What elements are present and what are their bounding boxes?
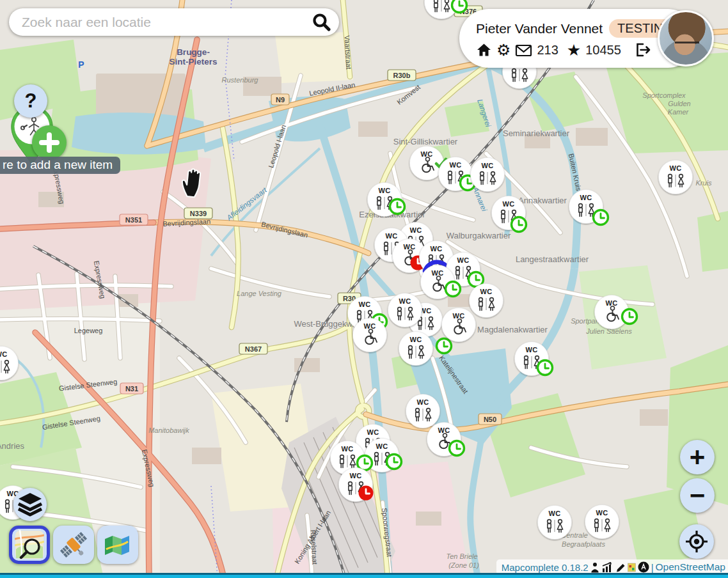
svg-text:WC: WC [457,256,469,264]
opening-hours-badge [594,210,608,225]
svg-text:Sint-Pieters: Sint-Pieters [169,57,217,66]
svg-text:WC: WC [409,336,422,343]
svg-text:Begraafplaats: Begraafplaats [562,540,605,548]
edit-pencil-icon[interactable] [615,562,626,573]
wc-marker[interactable]: WC [399,332,433,366]
svg-text:N50: N50 [484,416,496,423]
svg-text:WC: WC [480,288,492,295]
mapcomplete-app: Brugge-Sint-PietersRustenburgVaartstraat… [0,0,728,578]
svg-text:Sportcomplex: Sportcomplex [642,91,686,99]
svg-text:Sint-Gilliskwartier: Sint-Gilliskwartier [393,137,458,146]
svg-text:N31: N31 [125,385,138,393]
openstreetmap-link[interactable]: OpenStreetMap [656,561,725,573]
wc-marker[interactable]: WC [470,284,503,318]
mapcomplete-logo-icon[interactable] [628,563,636,572]
svg-text:Brugge-: Brugge- [177,47,210,57]
search-bar [9,8,339,36]
svg-text:WC: WC [0,350,8,358]
svg-text:Lange Vesting: Lange Vesting [237,290,282,297]
messages-count: 213 [537,43,558,58]
opening-hours-badge [452,0,467,13]
svg-text:(Zone 01): (Zone 01) [448,561,479,569]
background-style-picker [9,526,138,564]
opening-hours-badge [437,339,452,354]
search-icon[interactable] [310,11,333,34]
zoom-out-button[interactable]: − [680,478,715,513]
svg-text:Gulden: Gulden [668,100,690,107]
svg-text:R30b: R30b [393,72,411,79]
svg-text:WC: WC [430,245,442,253]
svg-text:N367: N367 [245,345,262,353]
folded-map-icon [104,533,132,556]
wc-marker[interactable]: WC [406,394,440,428]
svg-text:Langestraatkwartier: Langestraatkwartier [516,254,589,264]
crosshair-icon [684,529,709,554]
svg-text:WC: WC [409,226,422,234]
zoom-in-button[interactable]: + [680,440,715,474]
svg-text:WC: WC [580,194,592,201]
wc-marker[interactable]: WC [353,318,387,352]
statistics-chart-icon[interactable] [601,562,613,573]
wc-marker[interactable]: WC [388,293,422,327]
svg-text:N339: N339 [190,210,207,217]
avatar-glasses [675,42,699,48]
user-avatar[interactable] [658,10,714,66]
copyright-icon[interactable] [638,561,649,573]
svg-text:WC: WC [525,346,537,354]
wc-marker[interactable]: WC [659,160,693,194]
search-input[interactable] [20,14,310,31]
svg-text:N351: N351 [125,216,142,224]
help-label: ? [25,90,37,113]
stars-count: 10455 [585,43,621,58]
svg-text:WC: WC [420,150,432,158]
user-stats-icon[interactable] [590,562,599,573]
settings-gear-icon[interactable]: ⚙ [496,43,510,57]
geolocate-button[interactable] [679,524,714,559]
layers-icon [16,492,44,517]
opening-hours-badge [446,282,461,297]
zoom-in-label: + [690,442,706,473]
svg-text:WC: WC [399,297,411,305]
mapcomplete-version-link[interactable]: Mapcomplete 0.18.2 [502,562,589,573]
style-satellite-button[interactable] [53,526,94,564]
add-new-item-button[interactable] [32,125,67,160]
satellite-icon [58,529,89,560]
star-icon[interactable]: ★ [567,43,581,57]
home-icon[interactable] [476,42,492,58]
opening-hours-badge [622,309,637,324]
svg-text:Magdalenakwartier: Magdalenakwartier [477,325,548,334]
svg-text:Rustenburg: Rustenburg [222,76,259,84]
svg-text:Kruis: Kruis [695,179,712,187]
opening-hours-badge [359,486,374,501]
svg-text:WC: WC [363,322,376,330]
svg-text:Legeweg: Legeweg [74,327,103,334]
svg-text:WC: WC [416,398,429,406]
style-osm-button[interactable] [9,526,50,564]
wc-marker[interactable]: WC [538,506,572,540]
svg-text:WC: WC [452,312,464,320]
messages-icon[interactable] [515,43,532,57]
layers-button[interactable] [13,488,47,521]
svg-text:WC: WC [596,509,608,517]
svg-text:WC: WC [669,164,681,172]
wc-marker[interactable]: WC [442,308,476,342]
logout-icon[interactable] [635,42,651,58]
attribution-separator: | [651,562,654,573]
svg-text:WC: WC [481,162,493,169]
user-name: Pieter Vander Vennet [476,21,603,36]
help-button[interactable]: ? [14,84,47,118]
style-map-button[interactable] [97,526,138,564]
opening-hours-badge [512,217,526,232]
svg-text:WC: WC [449,161,461,169]
svg-text:Ten Briele: Ten Briele [446,552,477,560]
bottom-theme-bar [0,573,728,578]
svg-text:WC: WC [438,426,450,434]
svg-text:WC: WC [367,428,379,436]
hand-cursor [177,166,206,199]
wc-marker[interactable]: WC [471,158,505,192]
svg-text:WC: WC [349,472,361,480]
wc-marker[interactable]: WC [585,505,619,539]
opening-hours-badge [538,361,553,375]
zoom-out-label: − [690,480,706,511]
map-canvas[interactable]: Brugge-Sint-PietersRustenburgVaartstraat… [0,0,728,578]
